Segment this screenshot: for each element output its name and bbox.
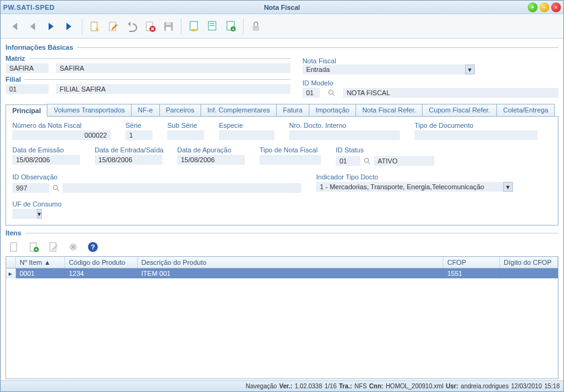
status-pos: 1/16: [325, 383, 336, 390]
serie-label: Série: [125, 122, 153, 129]
tab-nfe[interactable]: NF-e: [131, 104, 159, 116]
grid-header-digito[interactable]: Dígito do CFOP: [500, 257, 558, 268]
delete-button[interactable]: [141, 18, 159, 35]
svg-rect-5: [166, 22, 171, 25]
app-logo: PW.SATI-SPED: [3, 4, 55, 11]
report1-button[interactable]: [185, 18, 202, 35]
minimize-button[interactable]: −: [539, 2, 549, 12]
nav-first-button[interactable]: [6, 18, 23, 35]
nav-next-button[interactable]: [42, 18, 60, 35]
filial-name: FILIAL SAFIRA: [56, 84, 290, 94]
cell-digito: [500, 269, 558, 278]
nro-docto-label: Nro. Docto. Interno: [289, 122, 400, 129]
cell-codigo: 1234: [65, 269, 138, 278]
tab-fatura[interactable]: Fatura: [276, 104, 309, 116]
toolbar-separator: [82, 18, 82, 34]
data-apuracao-label: Data de Apuração: [177, 146, 245, 154]
save-button[interactable]: [160, 18, 177, 35]
grid-rowselector-header: [6, 257, 16, 268]
item-help-button[interactable]: ?: [84, 238, 101, 256]
grid-header-codigo[interactable]: Código do Produto: [65, 257, 138, 268]
status-tra-label: Tra.:: [339, 383, 352, 390]
tipo-nf-label: Tipo de Nota Fiscal: [260, 146, 321, 154]
row-indicator-icon: ▸: [6, 269, 16, 278]
tipo-nf-value: [260, 155, 321, 165]
section-basic-title: Informações Básicas: [6, 44, 558, 51]
lock-button[interactable]: [247, 18, 264, 35]
window-title: Nota Fiscal: [264, 4, 300, 11]
subserie-label: Sub Série: [167, 122, 204, 129]
tipo-doc-value: [415, 130, 538, 140]
section-filial-title: Filial: [6, 76, 290, 83]
export-button[interactable]: [222, 18, 239, 35]
edit-button[interactable]: [105, 18, 122, 35]
grid-header-cfop[interactable]: CFOP: [443, 257, 500, 268]
search-icon[interactable]: [363, 157, 371, 165]
report2-button[interactable]: [204, 18, 221, 35]
item-delete-button[interactable]: [65, 238, 82, 256]
grid-header-descricao[interactable]: Descrição do Produto: [138, 257, 443, 268]
status-tra: NFS: [354, 383, 367, 390]
grid-header-num-item[interactable]: Nº Item▲: [16, 257, 65, 268]
item-toolbar: ?: [6, 238, 558, 256]
maximize-button[interactable]: ✦: [528, 2, 538, 12]
numero-nf-value: 000022: [12, 130, 111, 140]
tab-volumes[interactable]: Volumes Transportados: [47, 104, 132, 116]
new-button[interactable]: [86, 18, 103, 35]
uf-consumo-dropdown[interactable]: ▾: [37, 209, 42, 219]
data-entrada-label: Data de Entrada/Saída: [95, 146, 162, 154]
tab-inf-complementares[interactable]: Inf. Complementares: [201, 104, 277, 116]
nota-fiscal-dropdown[interactable]: ▾: [465, 65, 475, 74]
svg-rect-7: [190, 22, 197, 30]
section-matriz-title: Matriz: [6, 55, 290, 62]
svg-point-8: [191, 29, 196, 31]
nav-prev-button[interactable]: [24, 18, 41, 35]
status-time: 15:18: [544, 383, 560, 390]
tab-cupom-refer[interactable]: Cupom Fiscal Refer.: [422, 104, 497, 116]
status-cnn: HOMOL_200910.xml: [386, 383, 443, 390]
numero-nf-label: Número da Nota Fiscal: [12, 122, 111, 129]
idmodelo-code: 01: [303, 88, 320, 98]
filial-code: 01: [6, 84, 49, 94]
data-emissao-value: 15/08/2006: [12, 155, 80, 165]
close-button[interactable]: ×: [551, 2, 561, 12]
ind-tipo-dropdown[interactable]: ▾: [503, 182, 513, 192]
window-buttons: ✦ − ×: [528, 2, 561, 12]
titlebar: PW.SATI-SPED Nota Fiscal ✦ − ×: [1, 1, 563, 14]
status-usr-label: Usr:: [446, 383, 458, 390]
tab-importacao[interactable]: Importação: [309, 104, 356, 116]
item-edit-button[interactable]: [45, 238, 62, 256]
search-icon[interactable]: [52, 184, 60, 192]
nav-last-button[interactable]: [61, 18, 78, 35]
grid-header: Nº Item▲ Código do Produto Descrição do …: [6, 257, 558, 269]
tab-principal[interactable]: Principal: [6, 104, 47, 117]
data-entrada-value: 15/08/2006: [95, 155, 162, 165]
app-window: PW.SATI-SPED Nota Fiscal ✦ − × Informaçõ…: [0, 0, 564, 392]
status-nav: Navegação: [246, 383, 277, 390]
svg-rect-10: [210, 23, 215, 24]
content-area: Informações Básicas Matriz SAFIRA SAFIRA…: [1, 39, 563, 380]
subserie-value: [167, 130, 204, 140]
sort-asc-icon: ▲: [44, 259, 50, 266]
tabpanel-principal: Número da Nota Fiscal 000022 Série 1 Sub…: [6, 117, 558, 225]
search-icon[interactable]: [327, 88, 336, 97]
uf-consumo-value: [12, 209, 37, 219]
tab-nf-refer[interactable]: Nota Fiscal Refer.: [355, 104, 423, 116]
undo-button[interactable]: [123, 18, 140, 35]
tab-parceiros[interactable]: Parceiros: [159, 104, 201, 116]
toolbar-separator: [181, 18, 181, 34]
svg-point-17: [54, 186, 58, 190]
cell-cfop: 1551: [443, 269, 500, 278]
table-row[interactable]: ▸ 0001 1234 ITEM 001 1551: [6, 269, 558, 278]
nro-docto-value: [289, 130, 400, 140]
tab-coleta-entrega[interactable]: Coleta/Entrega: [496, 104, 555, 116]
cell-descricao: ITEM 001: [138, 269, 443, 278]
tabs: Principal Volumes Transportados NF-e Par…: [6, 104, 558, 117]
item-new-button[interactable]: [6, 238, 23, 256]
ind-tipo-label: Indicador Tipo Docto: [316, 173, 513, 181]
item-add-button[interactable]: [25, 238, 42, 256]
especie-value: [219, 130, 274, 140]
idstatus-name: ATIVO: [374, 156, 434, 166]
cell-num-item: 0001: [16, 269, 65, 278]
status-ver: 1.02.0338: [295, 383, 322, 390]
